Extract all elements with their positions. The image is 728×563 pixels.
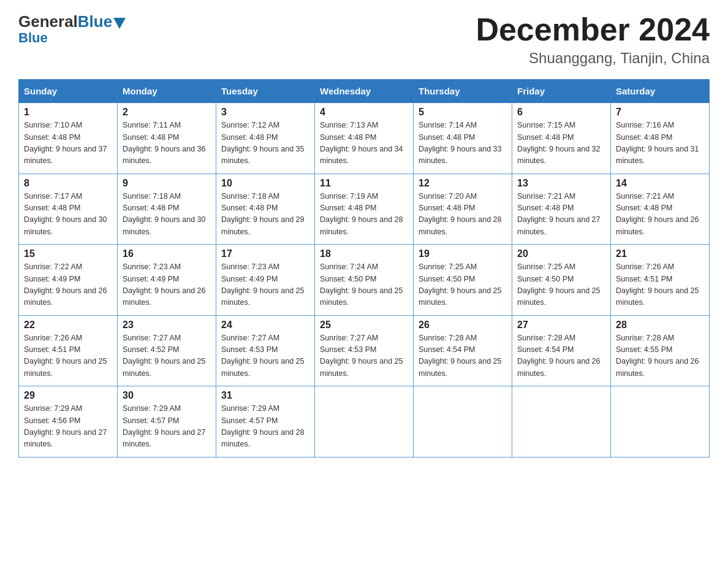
calendar-week-row: 8Sunrise: 7:17 AMSunset: 4:48 PMDaylight… <box>19 174 710 245</box>
calendar-cell: 28Sunrise: 7:28 AMSunset: 4:55 PMDayligh… <box>611 315 710 386</box>
main-title: December 2024 <box>476 12 710 47</box>
day-number: 10 <box>221 178 309 189</box>
day-number: 18 <box>320 248 408 259</box>
calendar-cell: 14Sunrise: 7:21 AMSunset: 4:48 PMDayligh… <box>611 174 710 245</box>
calendar-cell: 22Sunrise: 7:26 AMSunset: 4:51 PMDayligh… <box>19 315 118 386</box>
calendar-cell <box>414 386 512 458</box>
calendar-week-row: 15Sunrise: 7:22 AMSunset: 4:49 PMDayligh… <box>19 245 710 316</box>
logo-blue-text: Blue <box>78 12 112 31</box>
calendar-cell: 18Sunrise: 7:24 AMSunset: 4:50 PMDayligh… <box>315 245 414 316</box>
logo-text: General Blue <box>18 12 126 31</box>
day-info: Sunrise: 7:23 AMSunset: 4:49 PMDaylight:… <box>221 261 309 309</box>
day-number: 3 <box>221 107 309 118</box>
logo-triangle-icon <box>113 18 126 29</box>
calendar-header-tuesday: Tuesday <box>216 80 315 103</box>
day-number: 19 <box>419 248 507 259</box>
calendar-cell: 11Sunrise: 7:19 AMSunset: 4:48 PMDayligh… <box>315 174 414 245</box>
calendar-header-row: SundayMondayTuesdayWednesdayThursdayFrid… <box>19 80 710 103</box>
logo: General Blue Blue <box>18 12 126 46</box>
day-number: 22 <box>24 320 112 331</box>
calendar-cell: 17Sunrise: 7:23 AMSunset: 4:49 PMDayligh… <box>216 245 315 316</box>
calendar-cell: 7Sunrise: 7:16 AMSunset: 4:48 PMDaylight… <box>611 103 710 174</box>
day-number: 13 <box>517 178 605 189</box>
calendar-week-row: 22Sunrise: 7:26 AMSunset: 4:51 PMDayligh… <box>19 315 710 386</box>
day-info: Sunrise: 7:13 AMSunset: 4:48 PMDaylight:… <box>320 120 408 167</box>
day-info: Sunrise: 7:25 AMSunset: 4:50 PMDaylight:… <box>517 261 605 309</box>
day-number: 28 <box>616 320 704 331</box>
day-number: 16 <box>123 248 211 259</box>
calendar-cell: 9Sunrise: 7:18 AMSunset: 4:48 PMDaylight… <box>118 174 216 245</box>
day-number: 23 <box>123 320 211 331</box>
day-info: Sunrise: 7:19 AMSunset: 4:48 PMDaylight:… <box>320 191 408 239</box>
calendar-header-saturday: Saturday <box>611 80 710 103</box>
calendar-cell: 16Sunrise: 7:23 AMSunset: 4:49 PMDayligh… <box>118 245 216 316</box>
day-number: 15 <box>24 248 112 259</box>
calendar-header-thursday: Thursday <box>414 80 512 103</box>
calendar-cell: 30Sunrise: 7:29 AMSunset: 4:57 PMDayligh… <box>118 386 216 458</box>
day-number: 14 <box>616 178 704 189</box>
calendar-cell: 2Sunrise: 7:11 AMSunset: 4:48 PMDaylight… <box>118 103 216 174</box>
page-header: General Blue Blue December 2024 Shuangga… <box>18 12 710 67</box>
logo-general: General <box>18 12 78 31</box>
calendar-table: SundayMondayTuesdayWednesdayThursdayFrid… <box>18 79 710 458</box>
location-subtitle: Shuanggang, Tianjin, China <box>476 50 710 67</box>
day-info: Sunrise: 7:10 AMSunset: 4:48 PMDaylight:… <box>24 120 112 167</box>
calendar-cell <box>512 386 611 458</box>
day-info: Sunrise: 7:28 AMSunset: 4:54 PMDaylight:… <box>419 332 507 380</box>
day-number: 24 <box>221 320 309 331</box>
day-info: Sunrise: 7:12 AMSunset: 4:48 PMDaylight:… <box>221 120 309 167</box>
day-number: 25 <box>320 320 408 331</box>
day-number: 12 <box>419 178 507 189</box>
calendar-header-sunday: Sunday <box>19 80 118 103</box>
day-number: 29 <box>24 390 112 401</box>
day-info: Sunrise: 7:17 AMSunset: 4:48 PMDaylight:… <box>24 191 112 239</box>
day-number: 26 <box>419 320 507 331</box>
calendar-cell: 3Sunrise: 7:12 AMSunset: 4:48 PMDaylight… <box>216 103 315 174</box>
calendar-cell: 5Sunrise: 7:14 AMSunset: 4:48 PMDaylight… <box>414 103 512 174</box>
day-info: Sunrise: 7:21 AMSunset: 4:48 PMDaylight:… <box>616 191 704 239</box>
day-info: Sunrise: 7:11 AMSunset: 4:48 PMDaylight:… <box>123 120 211 167</box>
day-number: 6 <box>517 107 605 118</box>
day-info: Sunrise: 7:25 AMSunset: 4:50 PMDaylight:… <box>419 261 507 309</box>
day-info: Sunrise: 7:20 AMSunset: 4:48 PMDaylight:… <box>419 191 507 239</box>
calendar-cell: 25Sunrise: 7:27 AMSunset: 4:53 PMDayligh… <box>315 315 414 386</box>
day-number: 5 <box>419 107 507 118</box>
logo-subtitle: Blue <box>18 30 48 46</box>
calendar-week-row: 1Sunrise: 7:10 AMSunset: 4:48 PMDaylight… <box>19 103 710 174</box>
day-info: Sunrise: 7:29 AMSunset: 4:57 PMDaylight:… <box>123 403 211 451</box>
day-info: Sunrise: 7:21 AMSunset: 4:48 PMDaylight:… <box>517 191 605 239</box>
day-info: Sunrise: 7:23 AMSunset: 4:49 PMDaylight:… <box>123 261 211 309</box>
calendar-week-row: 29Sunrise: 7:29 AMSunset: 4:56 PMDayligh… <box>19 386 710 458</box>
calendar-cell: 23Sunrise: 7:27 AMSunset: 4:52 PMDayligh… <box>118 315 216 386</box>
calendar-cell: 20Sunrise: 7:25 AMSunset: 4:50 PMDayligh… <box>512 245 611 316</box>
calendar-cell: 24Sunrise: 7:27 AMSunset: 4:53 PMDayligh… <box>216 315 315 386</box>
calendar-cell: 4Sunrise: 7:13 AMSunset: 4:48 PMDaylight… <box>315 103 414 174</box>
calendar-cell: 13Sunrise: 7:21 AMSunset: 4:48 PMDayligh… <box>512 174 611 245</box>
calendar-cell: 21Sunrise: 7:26 AMSunset: 4:51 PMDayligh… <box>611 245 710 316</box>
day-info: Sunrise: 7:28 AMSunset: 4:54 PMDaylight:… <box>517 332 605 380</box>
day-info: Sunrise: 7:26 AMSunset: 4:51 PMDaylight:… <box>24 332 112 380</box>
day-info: Sunrise: 7:29 AMSunset: 4:57 PMDaylight:… <box>221 403 309 451</box>
day-info: Sunrise: 7:22 AMSunset: 4:49 PMDaylight:… <box>24 261 112 309</box>
calendar-cell: 8Sunrise: 7:17 AMSunset: 4:48 PMDaylight… <box>19 174 118 245</box>
day-info: Sunrise: 7:15 AMSunset: 4:48 PMDaylight:… <box>517 120 605 167</box>
day-info: Sunrise: 7:26 AMSunset: 4:51 PMDaylight:… <box>616 261 704 309</box>
day-number: 27 <box>517 320 605 331</box>
calendar-cell: 26Sunrise: 7:28 AMSunset: 4:54 PMDayligh… <box>414 315 512 386</box>
day-number: 7 <box>616 107 704 118</box>
day-number: 30 <box>123 390 211 401</box>
title-block: December 2024 Shuanggang, Tianjin, China <box>476 12 710 67</box>
calendar-cell <box>315 386 414 458</box>
day-number: 17 <box>221 248 309 259</box>
calendar-cell: 19Sunrise: 7:25 AMSunset: 4:50 PMDayligh… <box>414 245 512 316</box>
calendar-cell: 12Sunrise: 7:20 AMSunset: 4:48 PMDayligh… <box>414 174 512 245</box>
day-info: Sunrise: 7:27 AMSunset: 4:52 PMDaylight:… <box>123 332 211 380</box>
day-info: Sunrise: 7:14 AMSunset: 4:48 PMDaylight:… <box>419 120 507 167</box>
day-info: Sunrise: 7:18 AMSunset: 4:48 PMDaylight:… <box>221 191 309 239</box>
calendar-header-monday: Monday <box>118 80 216 103</box>
day-number: 2 <box>123 107 211 118</box>
day-info: Sunrise: 7:28 AMSunset: 4:55 PMDaylight:… <box>616 332 704 380</box>
day-number: 4 <box>320 107 408 118</box>
calendar-cell <box>611 386 710 458</box>
day-number: 11 <box>320 178 408 189</box>
